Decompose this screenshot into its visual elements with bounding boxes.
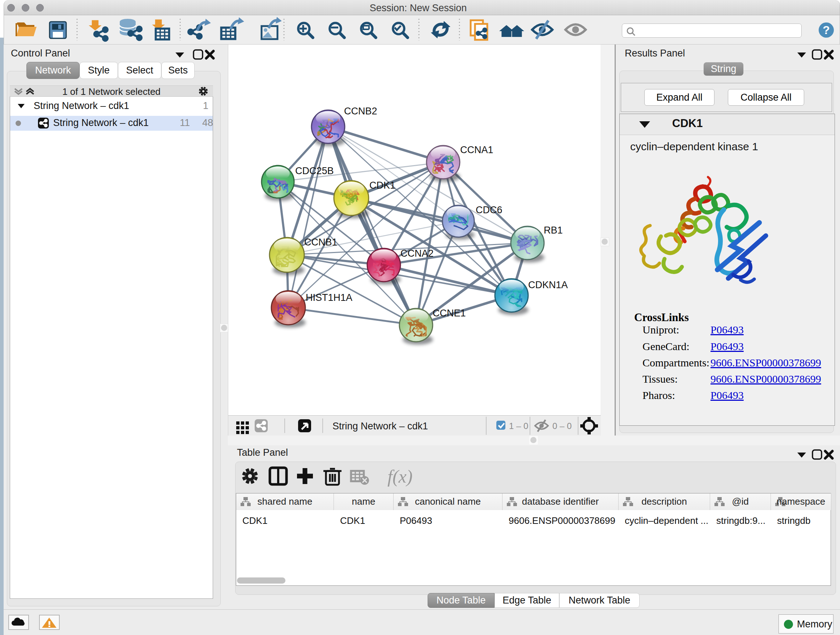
svg-text:CDK1: CDK1 — [369, 180, 395, 191]
svg-text:CCNB1: CCNB1 — [304, 237, 338, 248]
svg-text:0 – 0: 0 – 0 — [553, 421, 572, 431]
svg-text:RB1: RB1 — [544, 225, 563, 236]
svg-text:CDC6: CDC6 — [476, 204, 502, 215]
svg-text:HIST1H1A: HIST1H1A — [306, 292, 352, 303]
svg-text:CDC25B: CDC25B — [295, 165, 334, 176]
svg-text:f(x): f(x) — [387, 466, 412, 486]
svg-text:CCNA2: CCNA2 — [401, 248, 434, 259]
svg-text:1 – 0: 1 – 0 — [509, 421, 528, 431]
svg-text:CDKN1A: CDKN1A — [528, 279, 568, 290]
svg-text:CCNB2: CCNB2 — [344, 106, 377, 117]
svg-text:CCNA1: CCNA1 — [460, 144, 493, 155]
svg-text:CCNE1: CCNE1 — [433, 308, 466, 318]
svg-text:String Network – cdk1: String Network – cdk1 — [332, 421, 428, 432]
